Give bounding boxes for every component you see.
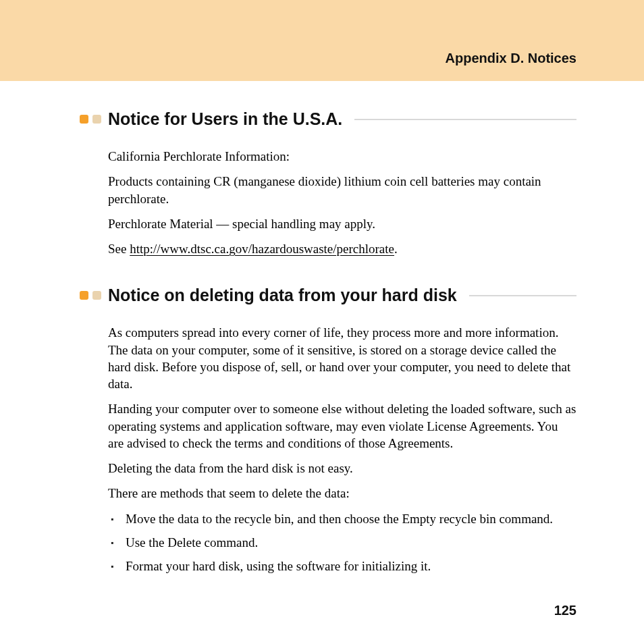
section-heading: Notice on deleting data from your hard d… (108, 286, 457, 305)
body-paragraph: Perchlorate Material — special handling … (108, 215, 576, 232)
see-suffix: . (394, 242, 398, 256)
body-paragraph: Products containing CR (manganese dioxid… (108, 173, 576, 207)
heading-bullets (80, 291, 101, 300)
section-body: California Perchlorate Information: Prod… (108, 148, 576, 257)
content-area: Notice for Users in the U.S.A. Californi… (0, 109, 644, 575)
body-paragraph: See http://www.dtsc.ca.gov/hazardouswast… (108, 240, 576, 257)
section-heading-row: Notice on deleting data from your hard d… (80, 286, 576, 305)
section-heading: Notice for Users in the U.S.A. (108, 109, 342, 129)
bullet-list: Move the data to the recycle bin, and th… (108, 510, 576, 575)
list-item: Format your hard disk, using the softwar… (108, 558, 576, 574)
body-paragraph: As computers spread into every corner of… (108, 324, 576, 392)
square-bullet-icon (80, 291, 88, 300)
section-usa-notice: Notice for Users in the U.S.A. Californi… (81, 109, 576, 257)
list-item: Move the data to the recycle bin, and th… (108, 510, 576, 527)
heading-rule (469, 295, 576, 296)
body-paragraph: There are methods that seem to delete th… (108, 485, 576, 502)
see-prefix: See (108, 242, 130, 256)
header-title: Appendix D. Notices (446, 51, 576, 66)
list-item: Use the Delete command. (108, 534, 576, 551)
header-band: Appendix D. Notices (0, 0, 644, 81)
page-number: 125 (554, 603, 576, 618)
body-paragraph: Deleting the data from the hard disk is … (108, 460, 576, 477)
square-bullet-icon (92, 115, 101, 124)
section-deleting-data: Notice on deleting data from your hard d… (81, 286, 576, 574)
square-bullet-icon (92, 291, 101, 300)
section-body: As computers spread into every corner of… (108, 324, 576, 574)
document-page: Appendix D. Notices Notice for Users in … (0, 0, 644, 644)
body-paragraph: Handing your computer over to someone el… (108, 400, 576, 452)
section-heading-row: Notice for Users in the U.S.A. (80, 109, 576, 129)
perchlorate-link[interactable]: http://www.dtsc.ca.gov/hazardouswaste/pe… (130, 242, 394, 256)
square-bullet-icon (80, 115, 88, 124)
heading-rule (354, 119, 576, 120)
body-paragraph: California Perchlorate Information: (108, 148, 576, 165)
heading-bullets (80, 115, 101, 124)
